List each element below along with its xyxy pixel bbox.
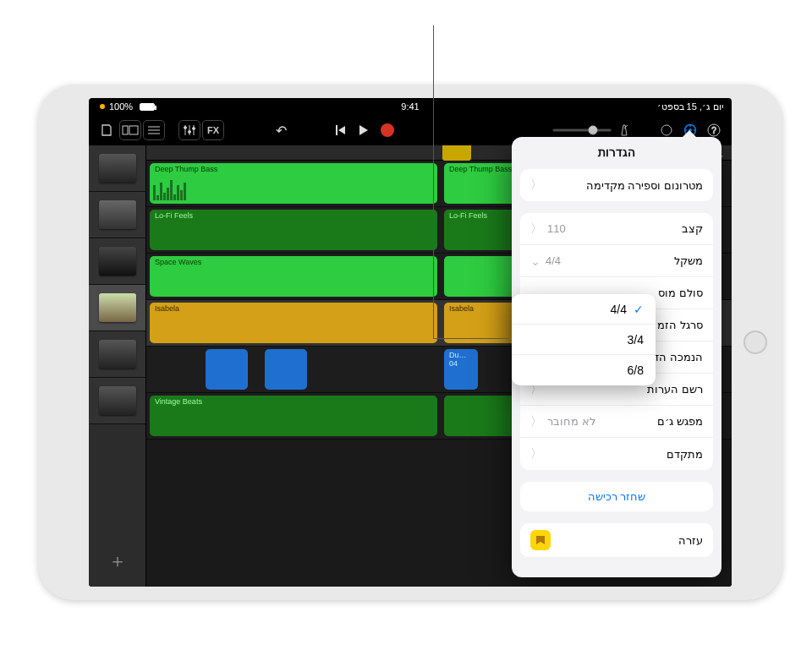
svg-point-8 bbox=[184, 127, 187, 129]
option-label: 3/4 bbox=[628, 333, 644, 347]
instrument-icon bbox=[99, 247, 136, 276]
track-header[interactable] bbox=[89, 331, 145, 378]
chevron-left-icon: 〈 bbox=[530, 178, 542, 193]
status-date: יום ג׳, 15 בספט׳ bbox=[657, 101, 723, 112]
record-button[interactable] bbox=[376, 120, 398, 140]
svg-point-10 bbox=[193, 128, 195, 130]
svg-point-9 bbox=[189, 131, 191, 134]
region[interactable] bbox=[206, 349, 248, 390]
option-label: 6/8 bbox=[628, 363, 644, 377]
loop-marker[interactable] bbox=[442, 145, 471, 161]
region[interactable]: Deep Thump Bass bbox=[150, 163, 437, 204]
ipad-frame: יום ג׳, 15 בספט׳ 100% 9:41 bbox=[38, 85, 782, 600]
fx-button[interactable]: FX bbox=[202, 120, 224, 140]
region[interactable]: Space Waves bbox=[150, 256, 437, 297]
region-label: Deep Thump Bass bbox=[449, 165, 512, 173]
row-label: עזרה bbox=[678, 534, 703, 547]
play-button[interactable] bbox=[353, 120, 375, 140]
region[interactable]: Vintage Beats bbox=[150, 396, 437, 436]
home-button[interactable] bbox=[743, 330, 767, 354]
track-header[interactable] bbox=[89, 192, 145, 238]
time-signature-option-68[interactable]: 6/8 bbox=[512, 355, 656, 385]
option-label: 4/4 bbox=[611, 303, 627, 316]
track-header[interactable] bbox=[89, 378, 145, 424]
svg-point-14 bbox=[661, 125, 672, 135]
svg-rect-0 bbox=[123, 126, 128, 134]
svg-rect-1 bbox=[129, 126, 138, 134]
my-songs-button[interactable] bbox=[96, 120, 118, 140]
region[interactable]: Du…04 bbox=[444, 349, 478, 390]
help-icon bbox=[530, 530, 551, 550]
region-label: Isabela bbox=[155, 304, 179, 313]
jam-status: לא מחובר bbox=[547, 415, 595, 428]
instrument-icon bbox=[99, 154, 136, 183]
row-label: משקל bbox=[674, 254, 703, 267]
status-time: 9:41 bbox=[401, 101, 419, 112]
row-label: סרגל הזמ bbox=[657, 319, 703, 331]
undo-button[interactable]: ↶ bbox=[270, 120, 292, 140]
updown-icon: ⌄ bbox=[530, 254, 540, 268]
time-signature-option-44[interactable]: 4/4 ✓ bbox=[512, 294, 656, 325]
recording-indicator-dot bbox=[100, 104, 105, 109]
instrument-icon bbox=[99, 293, 136, 322]
time-signature-value: 4/4 bbox=[546, 254, 561, 267]
region-label: Space Waves bbox=[155, 258, 201, 266]
region-label: Lo-Fi Feels bbox=[449, 211, 487, 220]
instrument-icon bbox=[99, 200, 136, 229]
add-track-button[interactable]: ＋ bbox=[89, 536, 145, 587]
chevron-left-icon: 〈 bbox=[530, 446, 542, 462]
row-label: מפגש ג׳ם bbox=[657, 415, 703, 428]
svg-text:?: ? bbox=[711, 126, 716, 135]
region-label: Deep Thump Bass bbox=[155, 165, 217, 173]
status-bar: יום ג׳, 15 בספט׳ 100% 9:41 bbox=[89, 98, 732, 115]
row-label: סולם מוס bbox=[658, 287, 703, 299]
track-header[interactable] bbox=[89, 238, 145, 285]
chevron-left-icon: 〈 bbox=[530, 414, 542, 429]
battery-icon bbox=[140, 103, 155, 111]
instrument-icon bbox=[99, 386, 136, 415]
region-label: Vintage Beats bbox=[155, 397, 202, 406]
chevron-left-icon: 〈 bbox=[530, 221, 542, 237]
region[interactable]: Lo-Fi Feels bbox=[150, 210, 437, 250]
row-advanced[interactable]: מתקדם 〈 bbox=[520, 438, 713, 470]
region[interactable]: Isabela bbox=[150, 303, 437, 343]
row-label: רשם הערות bbox=[647, 383, 703, 396]
row-tempo[interactable]: קצב 110 〈 bbox=[520, 213, 713, 245]
region-label: Isabela bbox=[449, 304, 474, 313]
row-jam-session[interactable]: מפגש ג׳ם לא מחובר 〈 bbox=[520, 406, 713, 438]
go-to-start-button[interactable] bbox=[329, 120, 351, 140]
track-header[interactable] bbox=[89, 145, 145, 192]
time-signature-menu: 4/4 ✓ 3/4 6/8 bbox=[512, 294, 656, 385]
track-header[interactable] bbox=[89, 285, 145, 331]
region-label: Lo-Fi Feels bbox=[155, 211, 193, 220]
app-screen: יום ג׳, 15 בספט׳ 100% 9:41 bbox=[89, 98, 732, 587]
row-time-signature[interactable]: משקל 4/4 ⌄ bbox=[520, 245, 713, 277]
instrument-icon bbox=[99, 340, 136, 369]
battery-percent: 100% bbox=[109, 101, 133, 112]
svg-point-12 bbox=[589, 126, 597, 134]
row-label: מטרונום וספירה מקדימה bbox=[586, 179, 703, 192]
check-icon: ✓ bbox=[634, 303, 644, 316]
row-label: מתקדם bbox=[667, 448, 703, 461]
region[interactable] bbox=[265, 349, 307, 390]
row-metronome[interactable]: מטרונום וספירה מקדימה 〈 bbox=[520, 169, 713, 201]
mixer-button[interactable] bbox=[178, 120, 200, 140]
popover-title: הגדרות bbox=[512, 137, 721, 169]
browser-button[interactable] bbox=[119, 120, 141, 140]
region-label: Du…04 bbox=[449, 351, 467, 368]
track-headers: ＋ bbox=[89, 145, 146, 587]
row-label: קצב bbox=[682, 222, 703, 235]
row-help[interactable]: עזרה bbox=[520, 523, 713, 557]
restore-purchase-button[interactable]: שחזר רכישה bbox=[520, 482, 713, 511]
tempo-value: 110 bbox=[547, 222, 566, 235]
time-signature-option-34[interactable]: 3/4 bbox=[512, 325, 656, 355]
tracks-view-button[interactable] bbox=[143, 120, 165, 140]
